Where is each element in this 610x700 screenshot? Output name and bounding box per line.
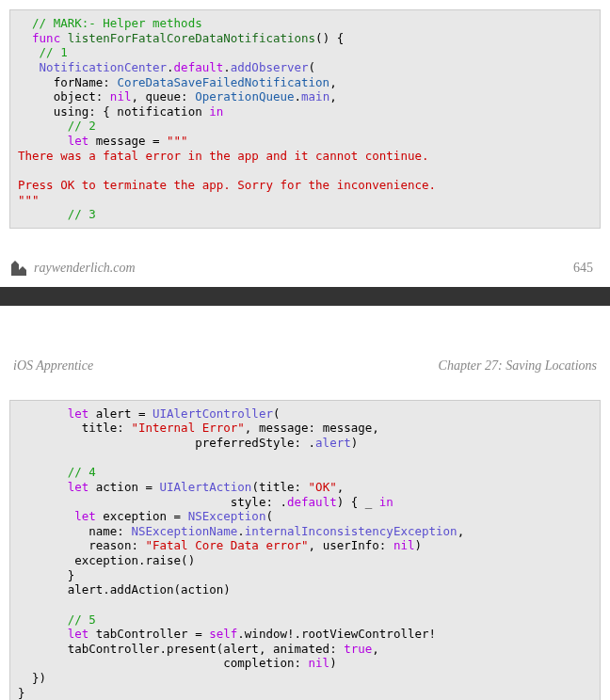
code-comment: // 2 <box>68 119 96 133</box>
code-text: (title: <box>251 480 308 494</box>
code-func: listenForFatalCoreDataNotifications <box>68 31 315 45</box>
code-text: , userInfo: <box>309 538 393 552</box>
code-text: forName: <box>54 75 118 89</box>
code-text: object: <box>54 89 110 103</box>
code-text: style: . <box>231 495 287 509</box>
code-text: ( <box>273 406 281 421</box>
code-ident: internalInconsistencyException <box>245 524 458 538</box>
code-keyword: nil <box>309 656 330 670</box>
code-keyword: func <box>32 31 60 45</box>
code-ident: alert <box>315 436 351 450</box>
code-string: Press OK to terminate the app. Sorry for… <box>18 178 436 192</box>
code-text: }) <box>32 671 46 685</box>
code-keyword: true <box>344 642 372 656</box>
code-text: alert.addAction(action) <box>68 582 231 597</box>
footer-site: raywenderlich.com <box>34 261 136 276</box>
book-title: iOS Apprentice <box>13 358 93 374</box>
code-text: title: <box>82 421 132 435</box>
code-text: . <box>237 524 245 538</box>
code-comment: // 3 <box>68 207 96 221</box>
code-string: "OK" <box>309 480 337 494</box>
page-bottom: let alert = UIAlertController( title: "I… <box>0 390 610 700</box>
code-comment: // 1 <box>40 45 68 59</box>
code-text: tabController.present(alert, animated: <box>68 642 345 656</box>
code-text: name: <box>88 524 131 538</box>
code-ident: NSExceptionName <box>131 524 237 538</box>
code-ident: UIAlertController <box>152 406 273 421</box>
code-ident: NSException <box>188 509 266 523</box>
code-text: . <box>223 60 231 74</box>
code-text: } <box>18 686 25 700</box>
page-header: iOS Apprentice Chapter 27: Saving Locati… <box>0 306 610 390</box>
code-text: preferredStyle: . <box>195 436 315 450</box>
code-ident: NotificationCenter <box>40 60 167 74</box>
code-comment: // 5 <box>68 612 96 627</box>
code-block-2: let alert = UIAlertController( title: "I… <box>9 400 601 700</box>
code-text: . <box>167 60 174 74</box>
code-text: , <box>329 75 337 89</box>
code-text: tabController = <box>88 627 209 641</box>
code-keyword: let <box>74 509 96 523</box>
code-text: message = <box>88 134 167 148</box>
code-string: There was a fatal error in the app and i… <box>18 149 429 163</box>
code-keyword: let <box>68 406 89 421</box>
code-keyword: nil <box>110 89 132 103</box>
code-text: . <box>295 89 302 103</box>
code-keyword: nil <box>393 538 415 552</box>
code-keyword: let <box>68 480 89 494</box>
code-string: """ <box>18 193 40 207</box>
rw-logo-icon <box>9 259 28 278</box>
code-keyword: let <box>68 627 89 641</box>
footer-left: raywenderlich.com <box>9 259 136 278</box>
code-block-1: // MARK:- Helper methods func listenForF… <box>9 9 601 229</box>
page-number: 645 <box>573 261 593 276</box>
code-text: ) <box>414 538 422 552</box>
chapter-title: Chapter 27: Saving Locations <box>439 358 597 374</box>
page-footer: raywenderlich.com 645 <box>0 242 610 287</box>
code-text: using: { notification <box>54 104 210 119</box>
code-text: ) <box>329 656 337 670</box>
code-text: ) <box>351 436 359 450</box>
page-top: // MARK:- Helper methods func listenForF… <box>0 0 610 242</box>
code-string: "Internal Error" <box>131 421 244 435</box>
code-text: ) { _ <box>337 495 379 509</box>
code-text: exception = <box>96 509 188 523</box>
code-text: alert = <box>88 406 152 421</box>
code-text: () { <box>315 31 344 45</box>
code-keyword: in <box>209 104 223 119</box>
code-text: ( <box>265 509 273 523</box>
code-text: reason: <box>88 538 145 552</box>
code-text: , <box>329 89 337 103</box>
code-text: exception.raise() <box>74 553 195 567</box>
code-text: , <box>372 642 379 656</box>
code-comment: // 4 <box>68 465 96 479</box>
code-text: , <box>337 480 345 494</box>
code-text: } <box>68 568 75 582</box>
code-comment: // MARK:- Helper methods <box>32 16 202 30</box>
code-text: , <box>458 524 465 538</box>
code-text: ( <box>309 60 316 74</box>
code-text: completion: <box>223 656 308 670</box>
code-text: action = <box>88 480 159 494</box>
code-keyword: in <box>379 495 393 509</box>
code-ident: main <box>301 89 329 103</box>
code-ident: addObserver <box>231 60 309 74</box>
page-divider <box>0 287 610 306</box>
code-string: """ <box>167 134 188 148</box>
code-text: , queue: <box>131 89 195 103</box>
code-ident: UIAlertAction <box>160 480 252 494</box>
code-keyword: default <box>174 60 224 74</box>
code-keyword: self <box>209 627 237 641</box>
code-text: .window!.rootViewController! <box>237 627 436 641</box>
code-ident: OperationQueue <box>195 89 294 103</box>
code-keyword: default <box>287 495 337 509</box>
code-text: , message: message, <box>245 421 379 435</box>
code-ident: CoreDataSaveFailedNotification <box>117 75 329 89</box>
code-keyword: let <box>68 134 89 148</box>
code-string: "Fatal Core Data error" <box>145 538 308 552</box>
